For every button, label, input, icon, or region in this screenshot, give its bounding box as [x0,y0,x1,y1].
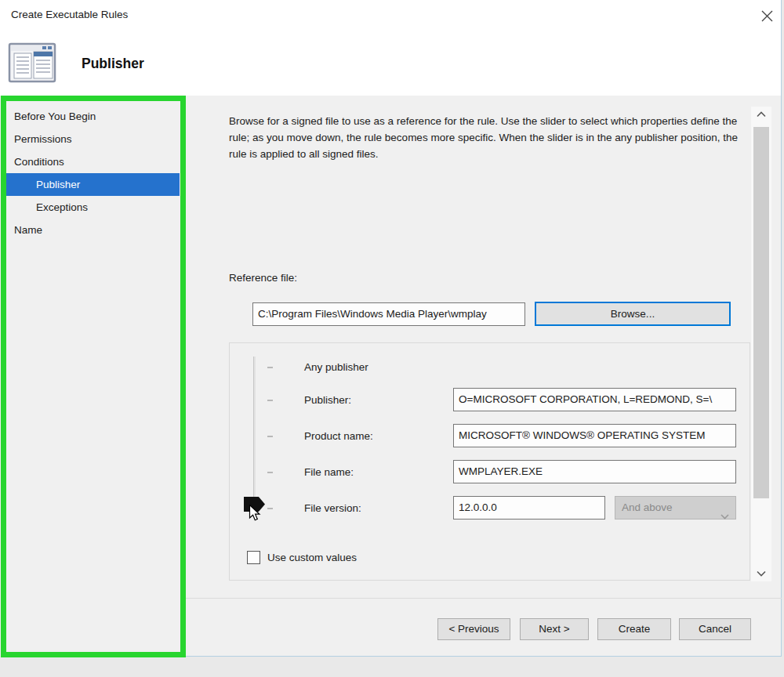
file-version-scope-dropdown[interactable]: And above [615,496,736,520]
file-version-field[interactable]: 12.0.0.0 [453,496,605,520]
use-custom-values-checkbox[interactable] [247,551,260,564]
page-description: Browse for a signed file to use as a ref… [229,114,743,163]
product-name-field[interactable]: MICROSOFT® WINDOWS® OPERATING SYSTEM [453,424,736,447]
create-executable-rules-window: Create Executable Rules [0,0,782,657]
create-button[interactable]: Create [597,618,671,640]
page-title: Publisher [82,56,144,72]
scrollbar[interactable] [751,107,771,581]
file-version-label: File version: [304,502,361,514]
sidebar-item-before-you-begin[interactable]: Before You Begin [6,105,180,128]
slider-tick [267,367,273,368]
chevron-down-icon [720,505,729,527]
sidebar-list: Before You Begin Permissions Conditions … [6,105,180,241]
sidebar-item-permissions[interactable]: Permissions [6,128,180,150]
file-name-label: File name: [304,466,354,478]
sidebar-item-conditions[interactable]: Conditions [6,150,180,173]
product-name-label: Product name: [304,430,373,442]
use-custom-values-label: Use custom values [267,552,357,563]
specificity-slider-track[interactable] [253,357,256,510]
scrollbar-up-icon[interactable] [751,107,771,122]
cancel-button[interactable]: Cancel [679,618,751,640]
file-version-scope-value: And above [622,501,673,513]
publisher-field[interactable]: O=MICROSOFT CORPORATION, L=REDMOND, S=\ [453,388,736,411]
wizard-icon [8,42,58,85]
any-publisher-label: Any publisher [304,361,368,373]
sidebar-item-exceptions[interactable]: Exceptions [6,196,180,219]
previous-button[interactable]: < Previous [437,618,510,640]
next-button[interactable]: Next > [520,618,589,640]
window-title: Create Executable Rules [11,9,128,20]
close-icon[interactable] [757,6,776,25]
sidebar-item-publisher[interactable]: Publisher [6,173,180,196]
reference-file-label: Reference file: [229,272,297,284]
slider-tick [267,400,273,401]
reference-file-input[interactable]: C:\Program Files\Windows Media Player\wm… [252,302,525,326]
scrollbar-thumb[interactable] [753,127,769,498]
window-header: Create Executable Rules [0,0,781,96]
screen: Create Executable Rules [0,0,784,677]
sidebar-item-name[interactable]: Name [6,219,180,241]
slider-tick [267,436,273,437]
slider-tick [267,508,273,509]
file-name-field[interactable]: WMPLAYER.EXE [453,460,736,483]
publisher-label: Publisher: [304,394,351,406]
browse-button[interactable]: Browse... [535,302,731,326]
scrollbar-down-icon[interactable] [751,566,771,581]
slider-tick [267,472,273,473]
footer-divider [186,598,782,599]
sidebar: Before You Begin Permissions Conditions … [0,96,186,657]
